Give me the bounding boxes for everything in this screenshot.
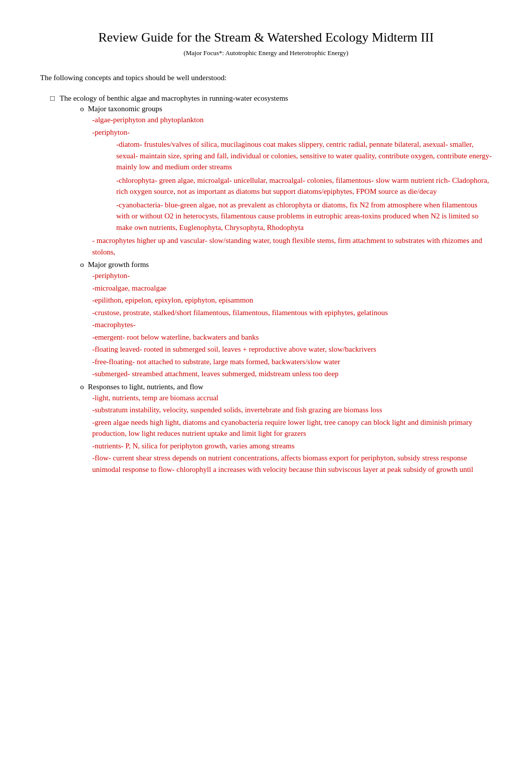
o-bullet-1: o xyxy=(80,105,84,113)
major-growth-label: Major growth forms xyxy=(88,260,149,269)
nutrients-line: -nutrients- P, N, silica for periphyton … xyxy=(92,440,492,452)
o-bullet-3: o xyxy=(80,383,84,391)
chlorophyta-line: -chlorophyta- green algae, microalgal- u… xyxy=(116,175,492,197)
responses-label: Responses to light, nutrients, and flow xyxy=(88,383,203,391)
crustose-line: -crustose, prostrate, stalked/short fila… xyxy=(92,307,492,319)
submerged-line: -submerged- streambed attachment, leaves… xyxy=(92,368,492,380)
macrophytes-dash-line: -macrophytes- xyxy=(92,319,492,331)
flow-line: -flow- current shear stress depends on n… xyxy=(92,452,492,475)
major-taxonomic-label: Major taxonomic groups xyxy=(88,105,162,113)
periphyton-growth-line: -periphyton- xyxy=(92,270,492,282)
page-subtitle: (Major Focus*: Autotrophic Energy and He… xyxy=(40,48,492,58)
page-title: Review Guide for the Stream & Watershed … xyxy=(40,30,492,45)
green-algae-light-line: -green algae needs high light, diatoms a… xyxy=(92,417,492,439)
periphyton-dash-line: -periphyton- xyxy=(92,127,492,138)
algae-periphyton-line: -algae-periphyton and phytoplankton xyxy=(92,114,492,126)
diamond-bullet: □ xyxy=(50,94,55,103)
macrophytes-higher-line: - macrophytes higher up and vascular- sl… xyxy=(92,235,492,257)
main-content: □ The ecology of benthic algae and macro… xyxy=(40,94,492,475)
microalgae-line: -microalgae, macroalgae xyxy=(92,283,492,294)
light-nutrients-line: -light, nutrients, temp are biomass accr… xyxy=(92,392,492,404)
diatom-line: -diatom- frustules/valves of silica, muc… xyxy=(116,139,492,173)
free-floating-line: -free-floating- not attached to substrat… xyxy=(92,356,492,368)
floating-line: -floating leaved- rooted in submerged so… xyxy=(92,344,492,355)
epilithon-line: -epilithon, epipelon, epixylon, epiphyto… xyxy=(92,295,492,306)
emergent-line: -emergent- root below waterline, backwat… xyxy=(92,332,492,343)
cyanobacteria-line: -cyanobacteria- blue-green algae, not as… xyxy=(116,199,492,233)
main-topic: The ecology of benthic algae and macroph… xyxy=(60,94,288,103)
intro-text: The following concepts and topics should… xyxy=(40,72,492,84)
substratum-line: -substratum instability, velocity, suspe… xyxy=(92,404,492,416)
o-bullet-2: o xyxy=(80,260,84,269)
